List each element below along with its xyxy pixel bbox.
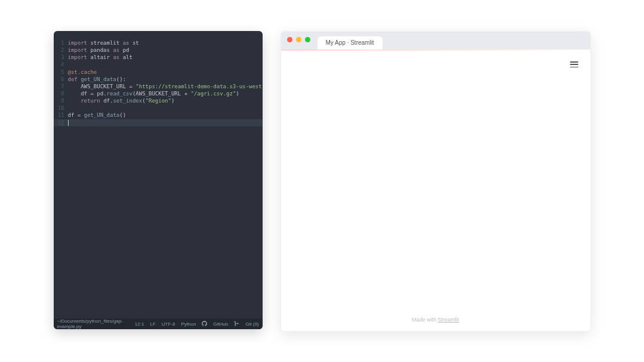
- code-content[interactable]: import pandas as pd: [68, 47, 263, 54]
- streamlit-footer: Made with Streamlit: [281, 317, 590, 323]
- code-content[interactable]: [68, 61, 263, 68]
- browser-titlebar: My App · Streamlit: [281, 32, 590, 49]
- code-content[interactable]: def get_UN_data():: [68, 76, 263, 83]
- code-content[interactable]: import altair as alt: [68, 54, 263, 61]
- line-number: 9: [54, 97, 68, 104]
- code-editor-window: 1import streamlit as st2import pandas as…: [54, 31, 263, 329]
- status-github-label[interactable]: GitHub: [213, 321, 228, 327]
- browser-window: My App · Streamlit Made with Streamlit: [281, 31, 591, 332]
- code-line[interactable]: 9 return df.set_index("Region"): [54, 97, 263, 104]
- line-number: 12: [54, 119, 68, 126]
- code-line[interactable]: 11df = get_UN_data(): [54, 112, 263, 119]
- code-line[interactable]: 6def get_UN_data():: [54, 76, 263, 83]
- code-line[interactable]: 3import altair as alt: [54, 54, 263, 61]
- code-content[interactable]: df = pd.read_csv(AWS_BUCKET_URL + "/agri…: [68, 90, 263, 97]
- line-number: 3: [54, 54, 68, 61]
- code-line[interactable]: 8 df = pd.read_csv(AWS_BUCKET_URL + "/ag…: [54, 90, 263, 97]
- code-content[interactable]: @st.cache: [68, 69, 263, 76]
- status-filepath: ~/Documents/python_files/gap-example.py: [57, 318, 129, 329]
- line-number: 7: [54, 83, 68, 90]
- code-content[interactable]: AWS_BUCKET_URL = "https://streamlit-demo…: [68, 83, 263, 90]
- status-language[interactable]: Python: [181, 321, 196, 327]
- status-encoding[interactable]: UTF-8: [162, 321, 175, 327]
- line-number: 6: [54, 76, 68, 83]
- footer-text: Made with: [412, 317, 438, 323]
- code-line[interactable]: 1import streamlit as st: [54, 39, 263, 47]
- github-icon[interactable]: [202, 321, 207, 327]
- status-cursor-position: 12:1: [135, 321, 144, 327]
- code-line[interactable]: 2import pandas as pd: [54, 47, 263, 54]
- line-number: 1: [54, 39, 68, 47]
- code-area[interactable]: 1import streamlit as st2import pandas as…: [54, 31, 263, 318]
- code-line[interactable]: 5@st.cache: [54, 69, 263, 76]
- code-content[interactable]: [68, 119, 263, 126]
- code-content[interactable]: df = get_UN_data(): [68, 112, 263, 119]
- line-number: 4: [54, 61, 68, 68]
- code-content[interactable]: return df.set_index("Region"): [68, 97, 263, 104]
- maximize-window-button[interactable]: [305, 37, 310, 42]
- minimize-window-button[interactable]: [296, 37, 301, 42]
- code-content[interactable]: [68, 104, 263, 112]
- line-number: 5: [54, 69, 68, 76]
- code-line[interactable]: 4: [54, 61, 263, 68]
- line-number: 10: [54, 104, 68, 112]
- text-cursor: [68, 120, 69, 126]
- status-eol[interactable]: LF: [150, 321, 155, 327]
- git-branch-icon[interactable]: [234, 321, 239, 327]
- code-line[interactable]: 7 AWS_BUCKET_URL = "https://streamlit-de…: [54, 83, 263, 90]
- hamburger-menu-icon[interactable]: [570, 60, 578, 69]
- status-git-branch[interactable]: Git (0): [245, 321, 258, 327]
- line-number: 11: [54, 112, 68, 119]
- editor-status-bar: ~/Documents/python_files/gap-example.py …: [54, 318, 263, 329]
- code-line[interactable]: 12: [54, 119, 263, 126]
- streamlit-app-page: Made with Streamlit: [281, 51, 590, 331]
- close-window-button[interactable]: [287, 37, 292, 42]
- code-content[interactable]: import streamlit as st: [68, 39, 263, 47]
- streamlit-link[interactable]: Streamlit: [438, 317, 460, 323]
- window-controls: [287, 37, 310, 42]
- browser-tab[interactable]: My App · Streamlit: [318, 36, 383, 49]
- line-number: 8: [54, 90, 68, 97]
- code-line[interactable]: 10: [54, 104, 263, 112]
- line-number: 2: [54, 47, 68, 54]
